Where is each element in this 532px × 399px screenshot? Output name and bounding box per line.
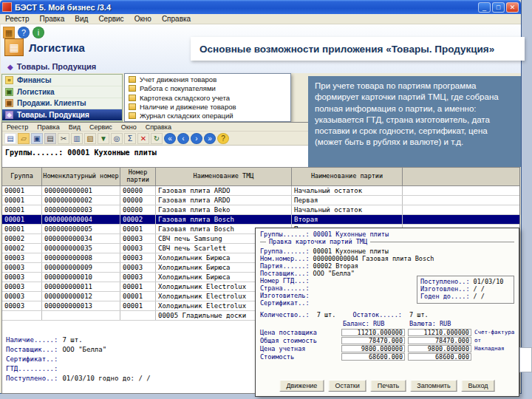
menu-item[interactable]: Справка — [157, 15, 196, 23]
quantity-value[interactable]: 7 шт. — [317, 311, 336, 318]
table-row[interactable]: 00001 000000000002 00000 Газовая плита A… — [2, 196, 519, 205]
quantity-label: Количество..: — [260, 311, 310, 318]
registry-menu-item[interactable]: Сервис — [85, 123, 117, 131]
cell-batch-number: 00000 — [120, 186, 156, 195]
card-field-value[interactable]: 000000000004 Газовая плита Bosch — [313, 255, 434, 262]
window-title: БЭСТ 5. Мой бизнес /3.4 — [15, 3, 478, 12]
close-button[interactable]: ✕ — [506, 2, 519, 13]
menu-item[interactable]: Сервис — [93, 15, 129, 23]
cut-icon[interactable]: ✂ — [58, 133, 69, 144]
popup-menu-item[interactable]: Работа с покупателями — [126, 83, 290, 92]
nav-goods[interactable]: ◆ Товары. Продукция — [2, 109, 122, 121]
sum-icon[interactable]: Σ — [124, 133, 136, 144]
registry-menu-item[interactable]: Правка — [33, 123, 64, 131]
money-value-balance[interactable]: 9800.000000 — [341, 345, 405, 352]
column-header[interactable]: Группа — [2, 168, 42, 185]
menu-item[interactable]: Вид — [69, 15, 93, 23]
money-value-currency[interactable]: 68600.000 — [408, 353, 471, 361]
column-header[interactable]: Наименование партии — [292, 168, 403, 185]
nav-first-icon[interactable]: « — [164, 133, 176, 144]
print-icon[interactable]: ▤ — [44, 133, 56, 144]
date-label: Поступлено..: — [420, 278, 470, 285]
nav-last-icon[interactable]: » — [204, 133, 216, 144]
money-value-balance[interactable]: 11210.000000 — [341, 329, 405, 336]
cell-group: 00001 — [2, 186, 42, 195]
filter-icon[interactable]: ▼ — [98, 133, 109, 144]
popup-menu-item[interactable]: Наличие и движение товаров — [126, 102, 290, 111]
cell-batch-number: 00001 — [120, 225, 156, 233]
cell-batch-name: Вторая — [292, 215, 403, 224]
card-button[interactable]: Выход — [462, 380, 495, 392]
cell-batch-number: 00003 — [120, 234, 156, 243]
cell-batch-number: 00000 — [120, 205, 156, 214]
card-field-value[interactable]: 00001 Кухонные плиты — [313, 248, 389, 255]
column-header[interactable]: Номер партии — [120, 168, 156, 185]
registry-menu-item[interactable]: Реестр — [2, 123, 33, 131]
open-folder-icon[interactable]: ▱ — [18, 133, 30, 144]
money-value-currency[interactable]: 9800.000000 — [408, 345, 471, 352]
money-row: Цена учетная 9800.000000 9800.000000 Нак… — [260, 344, 516, 352]
refresh-icon[interactable]: ↻ — [151, 133, 163, 144]
copy-icon[interactable]: ▥ — [71, 133, 83, 144]
folder-icon — [129, 95, 136, 101]
popup-menu-item[interactable]: Картотека складского учета — [126, 93, 290, 102]
popup-menu-item[interactable]: Журнал складских операций — [126, 112, 290, 120]
popup-menu-item[interactable]: Учет движения товаров — [126, 75, 290, 83]
nav-prev-icon[interactable]: ‹ — [177, 133, 189, 144]
card-button[interactable]: Печать — [371, 380, 406, 392]
cell-filler — [403, 186, 519, 195]
registry-menu-item[interactable]: Вид — [64, 123, 85, 131]
title-bar[interactable]: БЭСТ 5. Мой бизнес /3.4 _□✕ — [0, 0, 521, 14]
card-button[interactable]: Движение — [279, 380, 324, 392]
card-button[interactable]: Остатки — [328, 380, 366, 392]
minimize-button[interactable]: _ — [478, 2, 491, 13]
table-row[interactable]: 00001 000000000004 00002 Газовая плита B… — [2, 215, 519, 225]
nav-item-label: Логистика — [17, 88, 55, 96]
money-value-balance[interactable]: 78470.000 — [341, 337, 405, 344]
card-field-value[interactable]: 00002 Вторая — [313, 262, 358, 270]
column-header[interactable]: Наименование ТМЦ — [156, 168, 292, 185]
card-field-label: Изготовитель: — [260, 292, 310, 299]
menu-item[interactable]: Правка — [35, 15, 70, 23]
registry-menu-item[interactable]: Справка — [141, 123, 176, 131]
save-icon[interactable]: ▣ — [31, 133, 43, 144]
menu-item[interactable]: Реестр — [0, 15, 35, 23]
paste-icon[interactable]: ▧ — [84, 133, 96, 144]
date-value[interactable]: 01/03/10 — [474, 278, 504, 285]
logistics-module-icon: ▦ — [4, 38, 24, 56]
date-value[interactable]: / / — [474, 293, 485, 300]
money-value-balance[interactable]: 68600.000 — [341, 353, 405, 361]
card-field: Ном.номер...:000000000004 Газовая плита … — [260, 255, 434, 262]
money-value-currency[interactable]: 11210.000000 — [408, 329, 471, 336]
modules-icon[interactable]: ▦ — [3, 27, 15, 38]
cell-item-name: Газовая плита ARDO — [156, 196, 292, 205]
footer-line: Поступлено..:01/03/10 годно до: / / — [6, 374, 151, 383]
column-header[interactable]: Номенклатурный номер — [42, 168, 120, 185]
cell-item-name: Газовая плита Beko — [156, 205, 292, 214]
info-icon[interactable]: i — [33, 27, 44, 38]
maximize-button[interactable]: □ — [492, 2, 505, 13]
table-row[interactable]: 00001 000000000001 00000 Газовая плита A… — [2, 186, 519, 196]
help-round-icon[interactable]: ? — [217, 133, 229, 144]
money-value-currency[interactable]: 78470.000 — [408, 337, 471, 344]
nav-next-icon[interactable]: › — [191, 133, 202, 144]
cell-item-name: Газовая плита ARDO — [156, 186, 292, 195]
module-nav: ¤ Финансы ▣ Логистика ▦ Продажи. Клиенты… — [1, 74, 123, 122]
window-buttons: _□✕ — [478, 2, 519, 13]
delete-icon[interactable]: ✕ — [137, 133, 149, 144]
help-icon[interactable]: ? — [18, 27, 30, 38]
date-value[interactable]: / / — [474, 285, 485, 293]
registry-menu-item[interactable]: Окно — [117, 123, 141, 131]
money-row: Общая стоимость 78470.000 78470.000 от — [260, 336, 516, 344]
slide-callout — [519, 347, 532, 372]
table-row[interactable]: 00001 000000000003 00000 Газовая плита B… — [2, 205, 519, 215]
nav-sales[interactable]: ▦ Продажи. Клиенты — [2, 98, 122, 110]
card-field-value[interactable]: ООО "Белла" — [313, 270, 355, 277]
nav-finance[interactable]: ¤ Финансы — [2, 75, 122, 86]
new-doc-icon[interactable]: ▤ — [4, 133, 16, 144]
card-button[interactable]: Запомнить — [410, 380, 457, 392]
menu-item[interactable]: Окно — [129, 15, 157, 23]
app-icon — [2, 2, 12, 12]
search-icon[interactable]: ◎ — [111, 133, 123, 144]
nav-logistics[interactable]: ▣ Логистика — [2, 86, 122, 98]
